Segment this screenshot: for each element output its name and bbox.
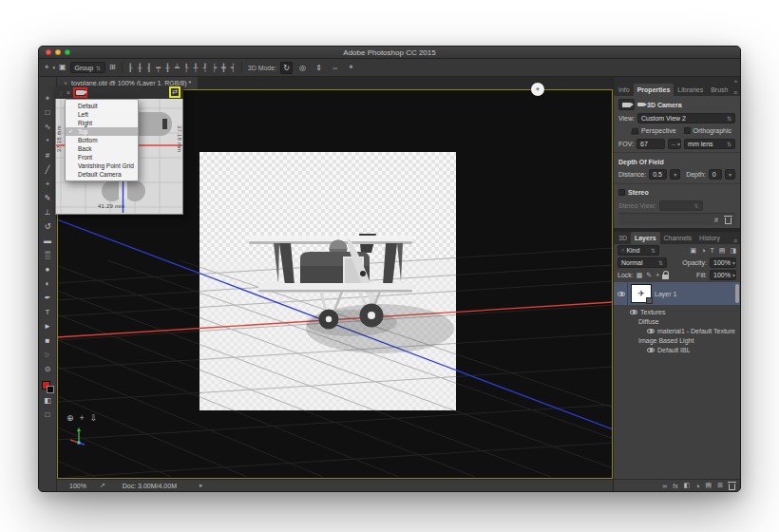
auto-select-group-dropdown[interactable]: Group ⇅ bbox=[70, 62, 106, 73]
filter-shape-layers-icon[interactable]: ▤ bbox=[719, 247, 726, 255]
align-icon-6[interactable]: ┷ bbox=[175, 64, 180, 72]
roll-3d-camera-icon[interactable]: ◎ bbox=[296, 62, 309, 74]
tool-zoom[interactable]: ⊙ bbox=[45, 362, 51, 376]
tab-libraries[interactable]: Libraries bbox=[674, 84, 707, 96]
camera-widget-badge[interactable]: ⌖ bbox=[531, 83, 544, 96]
new-layer-icon[interactable]: ⊞ bbox=[717, 482, 723, 489]
fov-stepper[interactable]: –▾ bbox=[668, 139, 681, 149]
tool-pen[interactable]: ✒ bbox=[45, 291, 51, 305]
view-menu-item-left[interactable]: Left bbox=[66, 110, 138, 119]
stereo-checkbox[interactable] bbox=[618, 189, 625, 196]
layer-mask-icon[interactable]: ◧ bbox=[684, 482, 691, 489]
tool-gradient[interactable]: ▒ bbox=[45, 248, 50, 262]
layer-tree-item-material1-default-texture[interactable]: material1 - Default Texture bbox=[614, 326, 740, 335]
tab-channels[interactable]: Channels bbox=[660, 232, 696, 244]
zoom-window-button[interactable] bbox=[65, 49, 70, 55]
blend-mode-dropdown[interactable]: Normal⇅ bbox=[618, 257, 667, 268]
coordinates-icon[interactable]: # bbox=[714, 217, 718, 223]
slide-3d-camera-icon[interactable]: ⇔ bbox=[329, 62, 341, 74]
visibility-eye-icon[interactable] bbox=[647, 329, 655, 333]
tab-brush[interactable]: Brush bbox=[707, 84, 732, 96]
orthographic-button[interactable]: Orthographic bbox=[694, 127, 732, 134]
move-tool-preset-icon[interactable]: ⌖ bbox=[45, 63, 49, 72]
adjustment-layer-icon[interactable]: ◑ bbox=[695, 483, 699, 489]
link-layers-icon[interactable]: ∞ bbox=[662, 483, 667, 489]
zoom-3d-camera-icon[interactable]: ⌖ bbox=[345, 62, 357, 74]
fill-field[interactable]: 100%▾ bbox=[710, 270, 736, 280]
layer-style-icon[interactable]: fx bbox=[673, 483, 677, 489]
dolly-camera-icon[interactable]: ⇩ bbox=[90, 413, 98, 423]
collapse-panels-icon[interactable]: » bbox=[734, 78, 737, 84]
layers-scrollbar[interactable] bbox=[735, 284, 739, 303]
transform-controls-toggle[interactable]: ⊞ bbox=[109, 63, 116, 72]
layer-thumbnail[interactable]: ✈ bbox=[632, 285, 651, 302]
tool-clone-stamp[interactable]: ⊥ bbox=[45, 205, 51, 219]
lock-all-icon[interactable] bbox=[662, 275, 669, 279]
view-menu-item-front[interactable]: Front bbox=[66, 153, 138, 162]
align-icon-5[interactable]: ╂ bbox=[165, 64, 170, 72]
tool-blur[interactable]: ● bbox=[46, 262, 50, 276]
layer-group-icon[interactable]: ▤ bbox=[706, 482, 712, 489]
layer-tree-item-diffuse[interactable]: Diffuse bbox=[614, 316, 740, 326]
distance-stepper[interactable]: ▾ bbox=[670, 169, 680, 180]
tab-info[interactable]: Info bbox=[615, 84, 634, 96]
perspective-button[interactable]: Perspective bbox=[641, 127, 676, 134]
align-icon-12[interactable]: ┥ bbox=[231, 64, 236, 72]
tab-layers[interactable]: Layers bbox=[631, 232, 660, 244]
view-menu-item-vanishing-point-grid[interactable]: Vanishing Point Grid bbox=[66, 162, 138, 170]
tool-type[interactable]: T bbox=[46, 305, 50, 319]
status-flyout-icon[interactable]: ▸ bbox=[200, 482, 203, 489]
layer-name[interactable]: Layer 1 bbox=[655, 291, 676, 297]
minimize-window-button[interactable] bbox=[55, 49, 61, 55]
lock-pixels-icon[interactable]: ✎ bbox=[646, 272, 652, 279]
align-icon-8[interactable]: ╀ bbox=[194, 64, 199, 72]
align-icon-4[interactable]: ┯ bbox=[156, 64, 161, 72]
tab-properties[interactable]: Properties bbox=[634, 84, 674, 96]
visibility-eye-icon[interactable] bbox=[630, 310, 637, 314]
zoom-level-field[interactable]: 100% bbox=[69, 483, 86, 489]
auto-select-checkbox[interactable]: ▣ bbox=[59, 63, 66, 72]
view-menu-item-default[interactable]: Default bbox=[66, 102, 138, 110]
background-color-swatch[interactable] bbox=[47, 386, 54, 393]
tool-rectangular-marquee[interactable]: □ bbox=[46, 105, 50, 120]
camera-view-dropdown[interactable]: Custom View 2 ⇅ bbox=[637, 113, 735, 124]
layer-tree-item-image-based-light[interactable]: Image Based Light bbox=[614, 335, 740, 345]
camera-icon[interactable] bbox=[76, 90, 85, 95]
canvas-3d-scene[interactable] bbox=[200, 152, 456, 410]
orbit-camera-icon[interactable]: ⊕ bbox=[66, 413, 74, 423]
tool-quick-selection[interactable]: * bbox=[46, 134, 48, 148]
visibility-eye-icon[interactable] bbox=[618, 292, 625, 296]
pan-camera-icon[interactable]: + bbox=[80, 413, 85, 423]
close-window-button[interactable] bbox=[46, 49, 51, 55]
tool-eyedropper[interactable]: ╱ bbox=[46, 162, 50, 177]
align-icon-10[interactable]: ┝ bbox=[212, 64, 217, 72]
opacity-field[interactable]: 100%▾ bbox=[710, 257, 736, 268]
layer-filter-dropdown[interactable]: ⌕ Kind ⇅ bbox=[618, 245, 659, 256]
lens-dropdown[interactable]: mm lens⇅ bbox=[684, 139, 735, 149]
tool-path-selection[interactable]: ► bbox=[44, 319, 51, 333]
3d-camera-button[interactable] bbox=[618, 99, 635, 110]
screen-mode-button[interactable]: □ bbox=[46, 408, 50, 422]
view-menu-item-bottom[interactable]: Bottom bbox=[66, 136, 138, 144]
distance-field[interactable]: 0.5 bbox=[649, 169, 667, 180]
align-icon-3[interactable]: ┨ bbox=[146, 64, 151, 72]
depth-stepper[interactable]: ▾ bbox=[725, 169, 735, 180]
panel-menu-icon[interactable]: ≡ bbox=[733, 89, 740, 96]
color-swatches[interactable] bbox=[42, 381, 54, 393]
lock-position-icon[interactable]: + bbox=[656, 272, 659, 279]
tab-3d[interactable]: 3D bbox=[615, 232, 631, 244]
align-icon-7[interactable]: ┞ bbox=[184, 64, 189, 72]
layer-tree-item-textures[interactable]: Textures bbox=[614, 307, 740, 316]
tab-history[interactable]: History bbox=[695, 232, 724, 244]
align-icon-2[interactable]: ╂ bbox=[138, 64, 142, 72]
tool-spot-healing[interactable]: + bbox=[46, 177, 50, 191]
filter-type-layers-icon[interactable]: T bbox=[710, 247, 713, 255]
filter-smart-objects-icon[interactable]: ◨ bbox=[730, 247, 736, 255]
tool-move[interactable]: ⌖ bbox=[46, 91, 50, 105]
close-secondary-view-icon[interactable]: × bbox=[66, 89, 70, 96]
pan-3d-camera-icon[interactable]: ⇕ bbox=[313, 62, 325, 74]
tool-eraser[interactable]: ▬ bbox=[44, 234, 51, 248]
quick-mask-button[interactable]: ◧ bbox=[44, 393, 51, 408]
align-icon-1[interactable]: ┠ bbox=[128, 64, 133, 72]
tool-history-brush[interactable]: ↺ bbox=[45, 219, 51, 234]
